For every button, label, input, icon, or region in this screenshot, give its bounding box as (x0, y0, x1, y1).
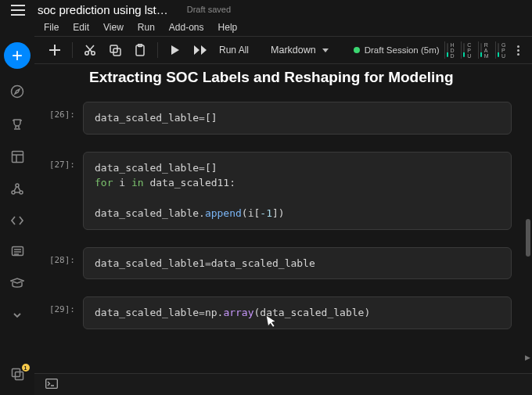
menu-addons[interactable]: Add-ons (169, 22, 204, 33)
add-button[interactable]: + (4, 42, 31, 69)
active-events-icon[interactable] (11, 368, 24, 384)
code-cell[interactable]: data_scaled_lable=[]for i in data_scaled… (83, 152, 512, 230)
svg-rect-13 (15, 372, 23, 380)
save-status: Draft saved (187, 5, 231, 14)
session-status[interactable]: Draft Session (5m) (354, 45, 440, 55)
table-icon[interactable] (11, 150, 24, 167)
cell-type-dropdown[interactable]: Markdown (271, 45, 329, 56)
menu-help[interactable]: Help (218, 22, 238, 33)
svg-point-8 (16, 184, 19, 187)
run-cell-button[interactable] (164, 39, 186, 61)
cell-prompt: [27]: (39, 152, 83, 170)
cut-button[interactable] (79, 39, 101, 61)
notebook-area[interactable]: Extracting SOC Labels and Reshaping for … (34, 64, 532, 373)
trophy-icon[interactable] (10, 117, 24, 135)
menu-run[interactable]: Run (138, 22, 155, 33)
svg-point-10 (20, 191, 23, 194)
resource-ram[interactable]: R A M (478, 41, 491, 59)
document-title[interactable]: soc prediction using lst… (38, 3, 168, 16)
run-all-button[interactable]: Run All (214, 45, 253, 56)
menu-view[interactable]: View (103, 22, 124, 33)
code-cell[interactable]: data_scaled_lable=np.array(data_scaled_l… (83, 296, 512, 329)
code-cell-row: [26]:data_scaled_lable=[] (39, 102, 526, 135)
hamburger-menu-icon[interactable] (11, 5, 25, 16)
svg-rect-12 (12, 369, 20, 377)
menu-file[interactable]: File (44, 22, 59, 33)
resource-hdd[interactable]: H D D (444, 41, 457, 59)
chevron-down-icon (322, 48, 329, 52)
code-icon[interactable] (10, 215, 24, 229)
svg-rect-14 (46, 379, 58, 388)
code-cell-row: [29]:data_scaled_lable=np.array(data_sca… (39, 296, 526, 329)
svg-rect-7 (12, 152, 23, 163)
code-cell[interactable]: data_scaled_lable1=data_scaled_lable (83, 247, 512, 280)
add-cell-button[interactable] (44, 39, 66, 61)
cell-prompt: [29]: (39, 296, 83, 314)
code-cell-row: [28]:data_scaled_lable1=data_scaled_labl… (39, 247, 526, 280)
code-cell[interactable]: data_scaled_lable=[] (83, 102, 512, 135)
discussions-icon[interactable] (11, 245, 24, 261)
scrollbar-thumb[interactable] (526, 219, 530, 257)
resource-cpu[interactable]: C P U (461, 41, 473, 59)
courses-icon[interactable] (10, 277, 24, 293)
svg-point-9 (12, 191, 15, 194)
svg-point-6 (12, 86, 23, 98)
more-options-button[interactable] (512, 45, 524, 56)
scroll-arrow-icon[interactable]: ▶ (525, 354, 530, 361)
status-dot-icon (354, 47, 360, 53)
menu-edit[interactable]: Edit (73, 22, 89, 33)
cell-prompt: [26]: (39, 102, 83, 120)
console-icon[interactable] (45, 378, 58, 392)
resource-gpu[interactable]: G P U (495, 41, 508, 59)
fast-forward-button[interactable] (189, 39, 211, 61)
compass-icon[interactable] (10, 84, 24, 102)
session-label: Draft Session (5m) (365, 45, 440, 55)
models-icon[interactable] (10, 182, 24, 199)
markdown-heading: Extracting SOC Labels and Reshaping for … (89, 69, 526, 86)
code-cell-row: [27]:data_scaled_lable=[]for i in data_s… (39, 152, 526, 230)
events-badge: 1 (22, 364, 30, 372)
cell-type-label: Markdown (271, 45, 316, 56)
copy-button[interactable] (104, 39, 126, 61)
more-icon[interactable] (12, 308, 23, 322)
cell-prompt: [28]: (39, 247, 83, 265)
paste-button[interactable] (129, 39, 151, 61)
